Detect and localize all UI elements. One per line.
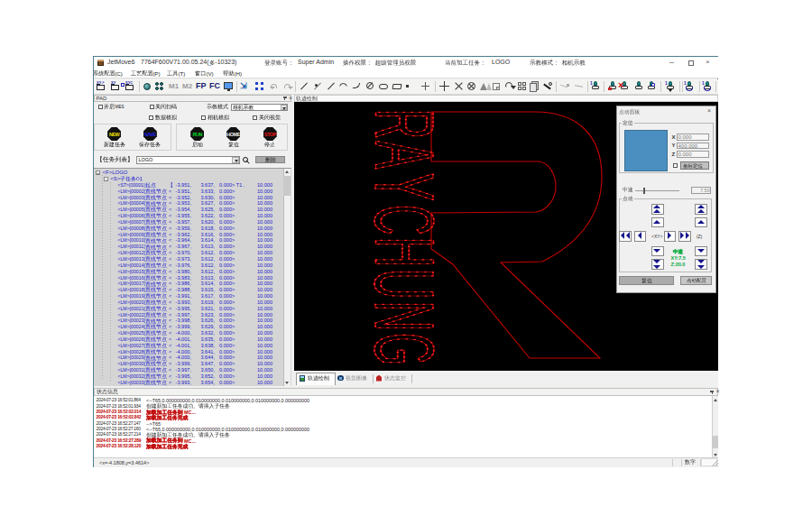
svg-text:G: G [356, 333, 451, 365]
svg-text:A: A [356, 141, 451, 169]
svg-text:Y: Y [356, 173, 451, 201]
svg-text:N: N [356, 301, 451, 332]
svg-text:U: U [356, 269, 451, 299]
svg-text:H: H [356, 237, 451, 268]
svg-text:C: C [356, 205, 451, 235]
svg-text:R: R [356, 109, 451, 140]
